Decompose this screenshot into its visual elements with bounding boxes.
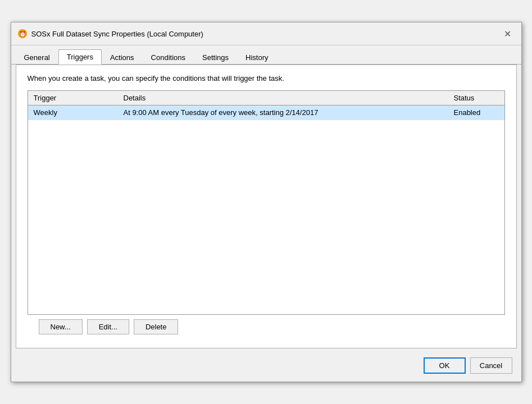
tab-triggers[interactable]: Triggers: [58, 49, 102, 65]
clock-icon: ⏰: [18, 29, 27, 38]
edit-button[interactable]: Edit...: [87, 319, 129, 334]
tab-settings[interactable]: Settings: [194, 49, 237, 65]
dialog: ⏰ SOSx Full Dataset Sync Properties (Loc…: [11, 22, 522, 382]
col-header-trigger: Trigger: [28, 91, 118, 105]
cancel-button[interactable]: Cancel: [470, 357, 512, 374]
title-bar-left: ⏰ SOSx Full Dataset Sync Properties (Loc…: [18, 29, 203, 38]
tab-content: When you create a task, you can specify …: [16, 65, 517, 348]
dialog-title: SOSx Full Dataset Sync Properties (Local…: [31, 30, 203, 38]
tab-actions[interactable]: Actions: [102, 49, 143, 65]
footer: OK Cancel: [11, 353, 521, 382]
description-text: When you create a task, you can specify …: [28, 74, 505, 82]
title-bar: ⏰ SOSx Full Dataset Sync Properties (Loc…: [11, 22, 521, 45]
triggers-table-container: Trigger Details Status Weekly At 9:00 AM…: [28, 90, 505, 315]
tab-general[interactable]: General: [16, 49, 58, 65]
new-button[interactable]: New...: [39, 319, 83, 334]
close-button[interactable]: ✕: [501, 27, 515, 40]
triggers-table: Trigger Details Status Weekly At 9:00 AM…: [28, 91, 504, 120]
table-header-row: Trigger Details Status: [28, 91, 504, 105]
action-buttons: New... Edit... Delete: [28, 315, 505, 339]
delete-button[interactable]: Delete: [134, 319, 179, 334]
tab-history[interactable]: History: [237, 49, 276, 65]
cell-status: Enabled: [448, 105, 504, 120]
col-header-status: Status: [448, 91, 504, 105]
table-row[interactable]: Weekly At 9:00 AM every Tuesday of every…: [28, 105, 504, 120]
cell-details: At 9:00 AM every Tuesday of every week, …: [118, 105, 448, 120]
tab-conditions[interactable]: Conditions: [143, 49, 194, 65]
col-header-details: Details: [118, 91, 448, 105]
ok-button[interactable]: OK: [424, 357, 466, 374]
tabs-bar: General Triggers Actions Conditions Sett…: [11, 45, 521, 65]
cell-trigger: Weekly: [28, 105, 118, 120]
